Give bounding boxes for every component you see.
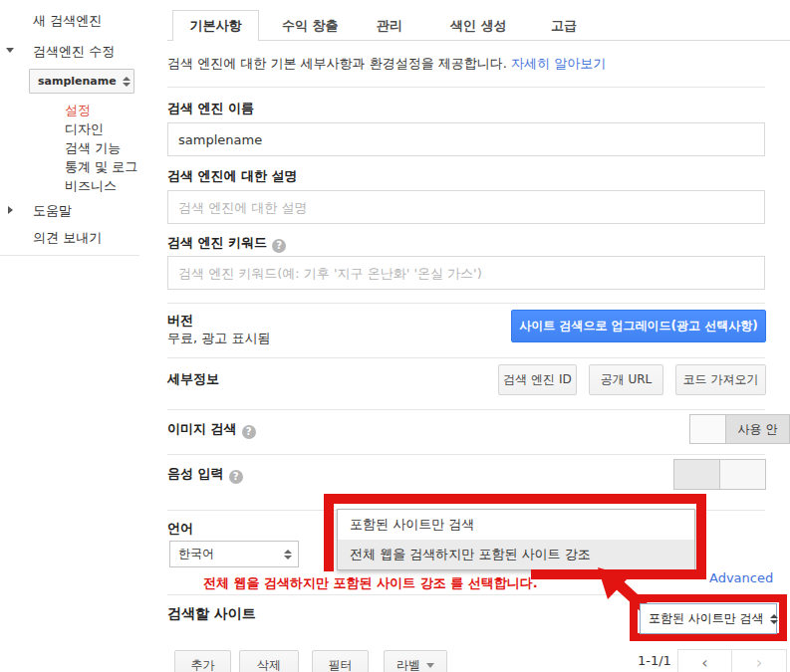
sidebar-item-feedback[interactable]: 의견 보내기 [33, 229, 102, 247]
image-search-label: 이미지 검색? [167, 420, 256, 439]
sidebar-item-design[interactable]: 디자인 [65, 120, 104, 138]
chevron-down-icon [426, 663, 434, 668]
filter-button[interactable]: 필터 [312, 650, 369, 672]
engine-desc-label: 검색 엔진에 대한 설명 [167, 167, 298, 185]
tab-monetization[interactable]: 수익 창출 [282, 17, 339, 35]
next-page-button[interactable]: › [732, 649, 787, 672]
section-divider [167, 357, 765, 358]
language-select-value: 한국어 [178, 546, 214, 562]
voice-input-label: 음성 입력? [167, 465, 243, 484]
public-url-button[interactable]: 공개 URL [589, 364, 663, 395]
annotation-text: 전체 웹을 검색하지만 포함된 사이트 강조 를 선택합니다. [203, 574, 538, 592]
section-divider [167, 303, 765, 304]
sidebar-item-stats-logs[interactable]: 통계 및 로그 [65, 158, 137, 176]
menu-option-included-sites[interactable]: 포함된 사이트만 검색 [338, 510, 694, 540]
section-divider [167, 87, 765, 88]
toggle-off-segment[interactable] [689, 414, 726, 444]
engine-keywords-input[interactable] [167, 256, 765, 290]
stepper-icon [123, 77, 131, 87]
upgrade-button[interactable]: 사이트 검색으로 업그레이드(광고 선택사항) [511, 310, 766, 342]
toggle-on-segment[interactable] [673, 459, 720, 490]
image-search-toggle[interactable]: 사용 안 [689, 414, 790, 444]
engine-desc-input[interactable] [167, 190, 765, 224]
tab-bottom-border [167, 40, 790, 41]
toggle-state-segment[interactable]: 사용 안 [726, 414, 790, 444]
engine-select[interactable]: samplename [29, 69, 134, 94]
toggle-off-segment[interactable] [720, 459, 766, 490]
search-scope-dropdown-menu: 포함된 사이트만 검색 전체 웹을 검색하지만 포함된 사이트 강조 [337, 509, 695, 570]
tab-admin[interactable]: 관리 [377, 17, 402, 35]
sidebar-item-new-engine[interactable]: 새 검색엔진 [33, 12, 102, 30]
sites-label: 검색할 사이트 [167, 605, 256, 623]
engine-keywords-label-text: 검색 엔진 키워드 [167, 235, 267, 250]
language-select[interactable]: 한국어 [169, 541, 299, 567]
help-icon[interactable]: ? [272, 239, 286, 253]
section-divider [167, 594, 765, 595]
section-divider [167, 409, 765, 410]
delete-button[interactable]: 삭제 [239, 650, 299, 672]
tab-indexing[interactable]: 색인 생성 [450, 17, 507, 35]
help-icon[interactable]: ? [242, 425, 256, 439]
sidebar-divider [0, 255, 139, 256]
version-label: 버전 [167, 312, 193, 330]
tab-advanced[interactable]: 고급 [551, 17, 577, 35]
help-icon[interactable]: ? [229, 470, 243, 484]
cse-settings-page: 새 검색엔진 검색엔진 수정 samplename 설정 디자인 검색 기능 통… [0, 0, 790, 672]
intro-text: 검색 엔진에 대한 기본 세부사항과 환경설정을 제공합니다. [167, 56, 507, 71]
details-label: 세부정보 [167, 370, 219, 388]
voice-input-toggle[interactable] [673, 459, 766, 490]
pager: ‹ › [677, 649, 787, 672]
sidebar-item-business[interactable]: 비즈니스 [65, 177, 117, 195]
learn-more-link[interactable]: 자세히 알아보기 [511, 56, 606, 71]
add-button[interactable]: 추가 [174, 650, 231, 672]
sidebar-item-settings[interactable]: 설정 [65, 102, 91, 119]
tab-basics[interactable]: 기본사항 [172, 10, 259, 41]
stepper-icon [284, 550, 292, 560]
engine-id-button[interactable]: 검색 엔진 ID [498, 364, 577, 395]
sidebar-item-help[interactable]: 도움말 [33, 202, 72, 220]
engine-select-value: samplename [38, 75, 117, 88]
engine-keywords-label: 검색 엔진 키워드? [167, 234, 286, 253]
stepper-icon [770, 614, 778, 624]
collapse-triangle-icon[interactable] [8, 206, 13, 214]
intro-line: 검색 엔진에 대한 기본 세부사항과 환경설정을 제공합니다. 자세히 알아보기 [167, 55, 606, 73]
image-search-label-text: 이미지 검색 [167, 421, 237, 436]
language-label: 언어 [167, 520, 193, 538]
sites-scope-select[interactable]: 포함된 사이트만 검색 [640, 603, 777, 634]
prev-page-button[interactable]: ‹ [677, 649, 732, 672]
sites-scope-select-value: 포함된 사이트만 검색 [649, 610, 764, 627]
version-status: 무료, 광고 표시됨 [167, 330, 270, 347]
label-button[interactable]: 라벨 [384, 650, 447, 672]
section-divider [167, 454, 765, 455]
pagination-counter: 1-1/1 [638, 653, 671, 668]
red-underline-bar [531, 569, 706, 579]
sidebar-item-edit-engine[interactable]: 검색엔진 수정 [33, 43, 115, 61]
engine-name-input[interactable] [167, 122, 765, 156]
menu-option-entire-web[interactable]: 전체 웹을 검색하지만 포함된 사이트 강조 [338, 540, 694, 569]
sidebar-item-search-features[interactable]: 검색 기능 [65, 139, 121, 157]
label-button-text: 라벨 [396, 657, 420, 672]
get-code-button[interactable]: 코드 가져오기 [675, 364, 766, 395]
engine-name-label: 검색 엔진 이름 [167, 100, 254, 117]
advanced-link[interactable]: Advanced [709, 570, 773, 585]
voice-input-label-text: 음성 입력 [167, 466, 224, 481]
expand-triangle-icon[interactable] [6, 48, 14, 53]
